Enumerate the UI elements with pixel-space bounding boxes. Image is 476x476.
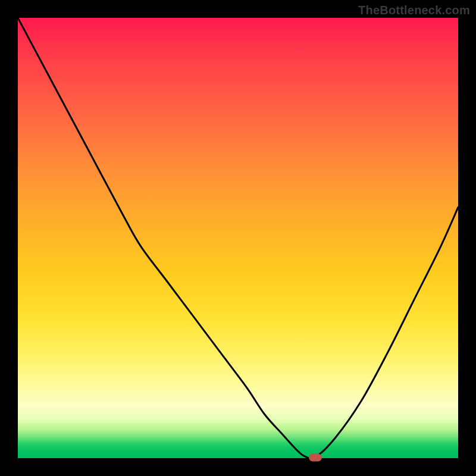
bottleneck-curve xyxy=(18,18,458,458)
chart-frame: TheBottleneck.com xyxy=(0,0,476,476)
curve-svg xyxy=(18,18,458,458)
minimum-marker xyxy=(309,453,322,461)
watermark-text: TheBottleneck.com xyxy=(358,4,470,17)
plot-area xyxy=(18,18,458,458)
